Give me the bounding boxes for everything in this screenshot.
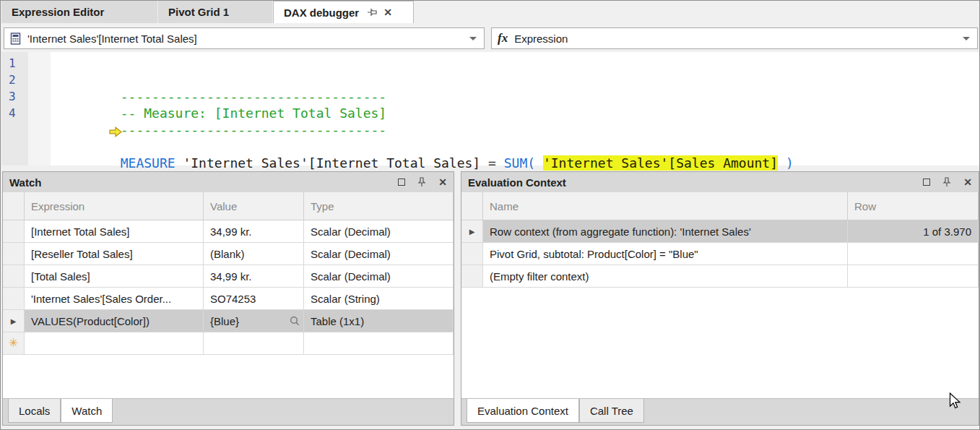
pin-icon[interactable] — [942, 177, 951, 187]
reference-token: 'Internet Sales'[Internet Total Sales] — [175, 155, 488, 171]
pin-icon[interactable] — [367, 8, 377, 17]
watch-row[interactable]: 'Internet Sales'[Sales Order... SO74253 … — [3, 288, 454, 310]
code-line-1: 1 ---------------------------------- — [1, 55, 980, 72]
evaluation-cell-name[interactable]: (Empty filter context) — [483, 265, 848, 287]
code-line-2: 2 -- Measure: [Internet Total Sales] — [1, 72, 980, 88]
watch-cell-expression[interactable] — [25, 332, 204, 354]
watch-cell-value[interactable]: {Blue} — [204, 310, 304, 332]
row-indicator: ▶ — [461, 220, 483, 242]
column-header-type[interactable]: Type — [304, 192, 454, 220]
dax-code-editor[interactable]: 1 ---------------------------------- 2 -… — [1, 52, 980, 165]
evaluation-row[interactable]: (Empty filter context) — [461, 265, 979, 288]
evaluation-context-window-icons: ✕ — [923, 176, 972, 188]
tab-locals[interactable]: Locals — [8, 399, 61, 423]
tab-pivot-grid-1-label: Pivot Grid 1 — [168, 6, 229, 18]
calculator-icon — [10, 33, 21, 45]
maximize-icon[interactable] — [923, 179, 930, 186]
watch-cell-value[interactable]: 34,99 kr. — [204, 265, 304, 287]
row-indicator — [461, 243, 483, 265]
watch-cell-value[interactable]: SO74253 — [204, 288, 304, 309]
watch-row[interactable]: [Internet Total Sales] 34,99 kr. Scalar … — [3, 220, 454, 243]
space-token — [778, 155, 786, 171]
watch-new-row[interactable]: ✳ — [3, 332, 454, 355]
line-number: 1 — [9, 55, 27, 72]
tab-dax-debugger[interactable]: DAX debugger ✕ — [273, 1, 414, 23]
watch-cell-expression[interactable]: [Reseller Total Sales] — [25, 243, 204, 265]
row-indicator: ✳ — [3, 332, 25, 354]
column-header-expression[interactable]: Expression — [25, 192, 204, 220]
row-indicator — [3, 288, 25, 309]
highlighted-expression-token: 'Internet Sales'[Sales Amount] — [543, 155, 778, 171]
mouse-cursor — [949, 392, 963, 413]
watch-row[interactable]: [Reseller Total Sales] (Blank) Scalar (D… — [3, 243, 454, 265]
watch-value-text: {Blue} — [210, 315, 239, 327]
watch-cell-expression[interactable]: [Total Sales] — [25, 265, 204, 287]
fx-icon: fx — [498, 31, 508, 46]
line-number: 4 — [9, 105, 27, 121]
column-header-value[interactable]: Value — [204, 192, 304, 220]
watch-titlebar[interactable]: Watch ✕ — [3, 172, 454, 192]
column-header-row[interactable]: Row — [848, 192, 979, 220]
evaluation-cell-row — [848, 265, 979, 287]
evaluation-cell-name[interactable]: Row context (from aggregate function): '… — [483, 220, 848, 242]
current-row-arrow-icon: ▶ — [469, 228, 475, 236]
watch-cell-expression[interactable]: [Internet Total Sales] — [25, 220, 204, 242]
tab-expression-editor[interactable]: Expression Editor — [1, 1, 158, 23]
indicator-column-header — [3, 192, 25, 220]
watch-cell-type: Scalar (Decimal) — [304, 243, 454, 265]
chevron-down-icon[interactable] — [469, 37, 477, 40]
magnifier-icon[interactable] — [290, 316, 300, 326]
pin-icon[interactable] — [417, 177, 426, 187]
current-statement-arrow-icon — [31, 108, 122, 158]
watch-cell-type — [304, 332, 454, 354]
close-icon[interactable]: ✕ — [963, 176, 972, 188]
evaluation-cell-row: 1 of 3.970 — [848, 220, 979, 242]
measure-combobox[interactable]: 'Internet Sales'[Internet Total Sales] — [4, 27, 485, 49]
document-tabstrip: Expression Editor Pivot Grid 1 DAX debug… — [1, 1, 979, 23]
evaluation-cell-name[interactable]: Pivot Grid, subtotal: Product[Color] = "… — [483, 243, 848, 265]
row-indicator — [3, 243, 25, 265]
tab-evaluation-context[interactable]: Evaluation Context — [467, 399, 579, 423]
current-row-arrow-icon: ▶ — [11, 317, 17, 325]
tab-icon-group: ✕ — [368, 7, 392, 18]
evaluation-row-selected[interactable]: ▶ Row context (from aggregate function):… — [461, 220, 979, 243]
evaluation-row[interactable]: Pivot Grid, subtotal: Product[Color] = "… — [461, 243, 979, 265]
watch-window-icons: ✕ — [398, 176, 447, 188]
tab-watch[interactable]: Watch — [61, 399, 113, 423]
watch-cell-expression[interactable]: VALUES(Product[Color]) — [25, 310, 204, 332]
expression-combobox[interactable]: fx Expression — [491, 27, 978, 49]
watch-panel-tabstrip: Locals Watch — [3, 398, 454, 425]
tab-pivot-grid-1[interactable]: Pivot Grid 1 — [158, 1, 273, 23]
watch-cell-type: Scalar (Decimal) — [304, 265, 454, 287]
watch-cell-value[interactable]: (Blank) — [204, 243, 304, 265]
tab-call-tree[interactable]: Call Tree — [579, 399, 644, 423]
tab-expression-editor-label: Expression Editor — [12, 6, 104, 18]
line-number: 2 — [9, 72, 27, 88]
column-header-name[interactable]: Name — [483, 192, 848, 220]
watch-title: Watch — [9, 176, 41, 189]
chevron-down-icon[interactable] — [963, 37, 970, 40]
evaluation-context-titlebar[interactable]: Evaluation Context ✕ — [461, 172, 979, 192]
expression-combobox-value: Expression — [514, 33, 568, 45]
line-number: 3 — [9, 88, 27, 105]
watch-row[interactable]: [Total Sales] 34,99 kr. Scalar (Decimal) — [3, 265, 454, 288]
watch-cell-type: Scalar (Decimal) — [304, 220, 454, 242]
comment-token: ---------------------------------- — [121, 122, 386, 137]
code-lines: 1 ---------------------------------- 2 -… — [1, 55, 980, 121]
row-indicator — [3, 220, 25, 242]
watch-cell-expression[interactable]: 'Internet Sales'[Sales Order... — [25, 288, 204, 309]
dax-debugger-window: Expression Editor Pivot Grid 1 DAX debug… — [0, 0, 980, 430]
watch-cell-type: Table (1x1) — [304, 310, 454, 332]
operator-token: = — [488, 155, 504, 171]
watch-row-selected[interactable]: ▶ VALUES(Product[Color]) {Blue} Table (1… — [3, 310, 454, 332]
maximize-icon[interactable] — [398, 179, 405, 186]
close-icon[interactable]: ✕ — [438, 176, 447, 188]
keyword-token: SUM( — [504, 155, 535, 171]
watch-cell-value[interactable] — [204, 332, 304, 354]
close-icon[interactable]: ✕ — [383, 7, 392, 18]
row-indicator — [3, 265, 25, 287]
evaluation-grid-header: Name Row — [461, 192, 979, 220]
watch-cell-value[interactable]: 34,99 kr. — [204, 220, 304, 242]
evaluation-cell-row — [848, 243, 979, 265]
tab-dax-debugger-label: DAX debugger — [284, 7, 359, 19]
